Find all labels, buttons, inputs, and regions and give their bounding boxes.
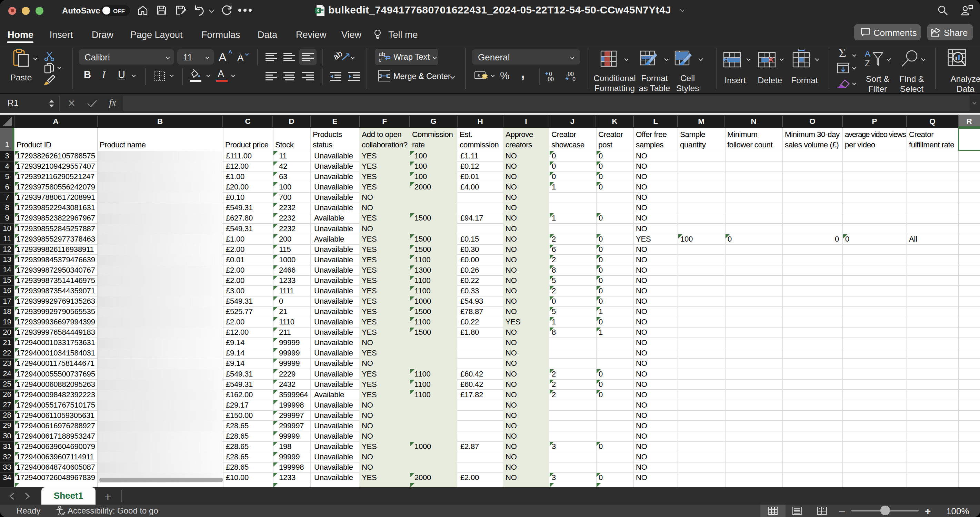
svg-text:£: £ — [477, 73, 480, 78]
svg-text:.00: .00 — [546, 76, 554, 82]
svg-text:Z: Z — [865, 59, 870, 68]
svg-text:X: X — [316, 8, 319, 13]
svg-text:0: 0 — [573, 76, 576, 82]
svg-text:A: A — [865, 49, 870, 58]
